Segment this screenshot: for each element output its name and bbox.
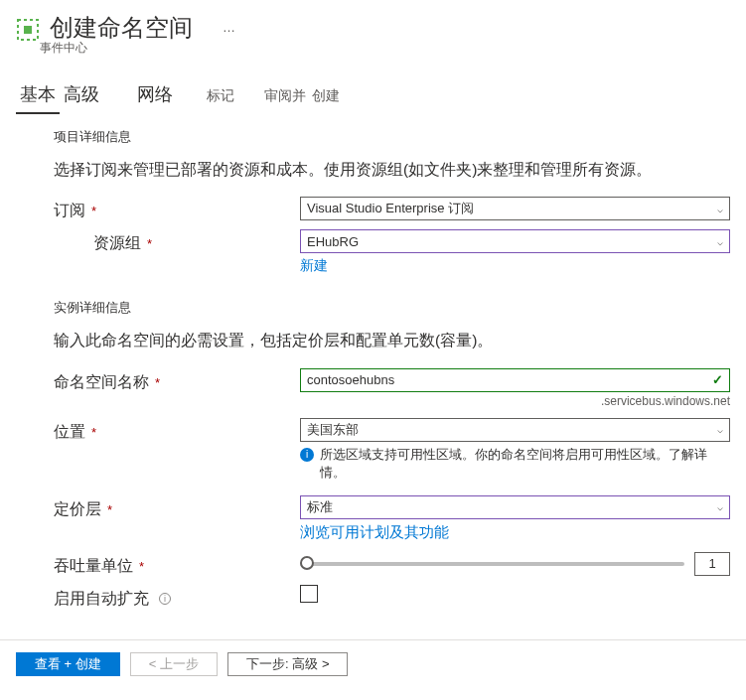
check-icon: ✓	[712, 372, 723, 387]
throughput-slider[interactable]	[300, 562, 684, 566]
previous-button: < 上一步	[130, 652, 218, 676]
tab-network[interactable]: 网络	[133, 82, 177, 112]
namespace-suffix: .servicebus.windows.net	[300, 394, 730, 408]
info-icon: i	[300, 448, 314, 462]
svg-rect-1	[24, 26, 32, 34]
section-project-details: 项目详细信息	[54, 128, 730, 146]
tab-tags[interactable]: 标记	[207, 87, 234, 111]
tab-basic[interactable]: 基本	[16, 82, 60, 114]
pricing-plans-link[interactable]: 浏览可用计划及其功能	[300, 523, 449, 542]
slider-thumb[interactable]	[300, 556, 314, 570]
breadcrumb-subtitle: 事件中心	[40, 40, 193, 57]
location-value: 美国东部	[307, 421, 359, 439]
required-marker: *	[91, 425, 96, 440]
project-description: 选择订阅来管理已部署的资源和成本。使用资源组(如文件夹)来整理和管理所有资源。	[54, 158, 730, 181]
throughput-label: 吞吐量单位	[54, 556, 133, 577]
tab-review[interactable]: 审阅并	[264, 87, 306, 111]
tab-advanced[interactable]: 高级	[60, 82, 103, 114]
pricing-label: 定价层	[54, 499, 101, 520]
location-select[interactable]: 美国东部 ⌵	[300, 418, 730, 442]
pricing-select[interactable]: 标准 ⌵	[300, 495, 730, 519]
review-create-button[interactable]: 查看 + 创建	[16, 652, 120, 676]
tab-bar: 基本 高级 网络 标记 审阅并 创建	[16, 82, 730, 114]
required-marker: *	[91, 204, 96, 218]
next-button[interactable]: 下一步: 高级 >	[227, 652, 348, 676]
throughput-value-input[interactable]: 1	[694, 552, 730, 576]
autoscale-label: 启用自动扩充	[54, 589, 149, 610]
footer-bar: 查看 + 创建 < 上一步 下一步: 高级 >	[0, 639, 746, 688]
chevron-down-icon: ⌵	[717, 204, 723, 214]
location-info-text: 所选区域支持可用性区域。你的命名空间将启用可用性区域。了解详情。	[320, 446, 730, 482]
chevron-down-icon: ⌵	[717, 501, 723, 512]
namespace-value: contosoehubns	[307, 372, 394, 387]
required-marker: *	[139, 559, 144, 574]
new-resource-group-link[interactable]: 新建	[300, 257, 328, 275]
chevron-down-icon: ⌵	[717, 236, 723, 247]
resource-group-label: 资源组	[93, 233, 141, 254]
required-marker: *	[107, 502, 112, 517]
resource-group-select[interactable]: EHubRG ⌵	[300, 229, 730, 253]
subscription-select[interactable]: Visual Studio Enterprise 订阅 ⌵	[300, 197, 730, 220]
subscription-value: Visual Studio Enterprise 订阅	[307, 200, 474, 217]
pricing-value: 标准	[307, 498, 333, 516]
help-icon[interactable]: i	[159, 593, 171, 605]
logo-icon	[16, 12, 40, 45]
resource-group-value: EHubRG	[307, 234, 359, 249]
location-label: 位置	[54, 422, 85, 443]
autoscale-checkbox[interactable]	[300, 585, 318, 603]
chevron-down-icon: ⌵	[717, 424, 723, 435]
more-icon[interactable]: …	[223, 20, 237, 35]
namespace-input[interactable]: contosoehubns ✓	[300, 368, 730, 392]
section-instance-details: 实例详细信息	[54, 299, 730, 317]
subscription-label: 订阅	[54, 201, 85, 221]
tab-create[interactable]: 创建	[312, 87, 340, 111]
instance-description: 输入此命名空间的必需设置，包括定价层和配置单元数(容量)。	[54, 329, 730, 351]
namespace-label: 命名空间名称	[54, 372, 149, 393]
required-marker: *	[155, 375, 160, 390]
required-marker: *	[147, 236, 152, 251]
